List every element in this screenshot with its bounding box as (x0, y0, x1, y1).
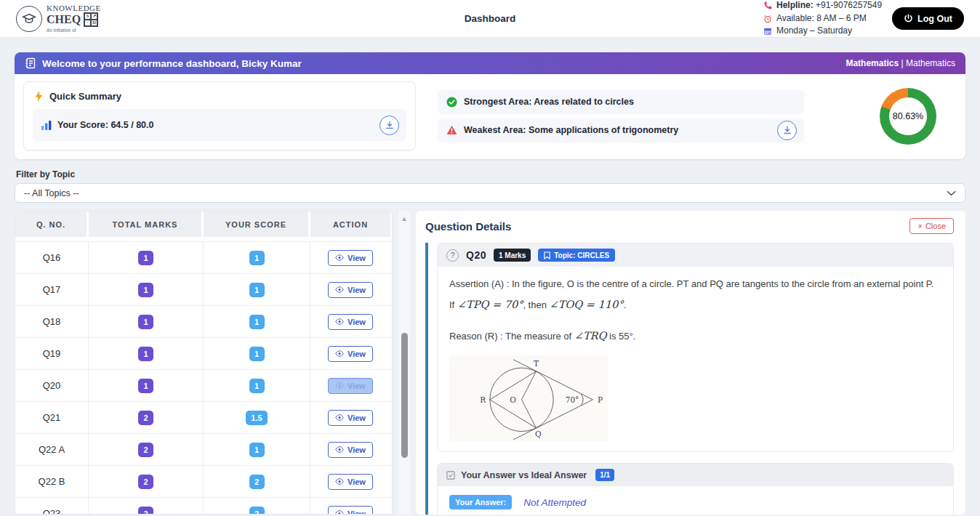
your-answer-value: Not Attempted (523, 497, 586, 508)
question-number: Q22 A (39, 444, 65, 455)
partner-logo: S↗ ·D (84, 12, 98, 27)
circle-tangent-figure: T R O Q P 70° (449, 355, 608, 441)
helpline-number: +91-9076257549 (816, 0, 882, 10)
scroll-up-arrow[interactable]: ▲ (398, 215, 410, 222)
weakest-area-row: Weakest Area: Some applications of trigo… (438, 118, 804, 142)
score-ratio-badge: 1/1 (595, 469, 614, 481)
view-button[interactable]: View (328, 250, 373, 266)
close-details-button[interactable]: × Close (909, 218, 954, 234)
your-score-badge: 1 (249, 315, 265, 329)
total-marks-badge: 2 (138, 411, 153, 425)
view-button[interactable]: View (328, 346, 373, 362)
donut-percent-label: 80.63% (893, 111, 923, 121)
col-header-action: ACTION (310, 211, 390, 240)
bar-chart-icon (41, 121, 52, 130)
weakest-area-text: Weakest Area: Some applications of trigo… (464, 125, 678, 135)
available-days: Monday – Saturday (776, 25, 852, 37)
your-score-badge: 2 (249, 507, 265, 515)
filter-label: Filter by Topic (16, 169, 964, 180)
eye-icon (335, 478, 344, 485)
view-button[interactable]: View (328, 378, 373, 394)
brand-logo: KNOWLEDGE CHEQ S↗ ·D An initiative of (16, 4, 101, 33)
eye-icon (335, 382, 344, 389)
eye-icon (335, 446, 344, 453)
alarm-clock-icon (763, 15, 772, 23)
power-icon (904, 14, 913, 23)
question-card: ? Q20 1 Marks Topic: CIRCLES Assertion (… (437, 243, 954, 452)
question-id: Q20 (466, 249, 486, 261)
view-button[interactable]: View (328, 506, 373, 515)
lightning-icon (34, 91, 44, 102)
view-button[interactable]: View (328, 410, 373, 426)
download-areas-button[interactable] (777, 121, 797, 140)
strongest-area-row: Strongest Area: Areas related to circles (438, 90, 804, 114)
answers-card: Your Answer vs Ideal Answer 1/1 Your Ans… (437, 463, 954, 515)
your-score-text: Your Score: 64.5 / 80.0 (57, 120, 153, 130)
table-row: Q19 1 1 View (15, 338, 392, 370)
topic-badge: Topic: CIRCLES (538, 249, 615, 262)
question-number: Q21 (43, 412, 61, 423)
total-marks-badge: 1 (138, 379, 153, 393)
areas-card: Strongest Area: Areas related to circles… (429, 84, 813, 148)
brand-name-bottom: CHEQ (47, 14, 81, 25)
logout-button[interactable]: Log Out (892, 7, 964, 30)
your-score-badge: 1 (249, 379, 265, 393)
col-header-qno: Q. NO. (15, 211, 89, 240)
your-score-badge: 2 (249, 475, 265, 489)
checkbox-icon (446, 471, 455, 480)
figure-label-P: P (598, 395, 603, 404)
contact-info: Helpline: +91-9076257549 Available: 8 AM… (763, 0, 882, 38)
view-button[interactable]: View (328, 474, 373, 490)
score-donut: 80.63% (880, 88, 936, 145)
brand-tagline: An initiative of (47, 28, 101, 33)
answers-section-title: Your Answer vs Ideal Answer (461, 470, 587, 480)
view-button[interactable]: View (328, 442, 373, 458)
your-score-badge: 1 (249, 251, 265, 265)
total-marks-badge: 1 (138, 251, 153, 265)
scrollbar-thumb[interactable] (401, 333, 408, 458)
eye-icon (335, 286, 344, 293)
table-scrollbar[interactable]: ▲ (398, 211, 410, 515)
view-button[interactable]: View (328, 314, 373, 330)
question-number: Q23 (43, 508, 61, 515)
table-row: Q23 2 2 View (15, 498, 392, 515)
topic-filter-value: -- All Topics -- (24, 188, 79, 198)
table-body: Q16 1 1 View Q17 1 1 View Q18 1 1 View (15, 242, 392, 515)
your-answer-badge: Your Answer: (449, 495, 512, 509)
topic-filter-select[interactable]: -- All Topics -- (15, 183, 965, 203)
col-header-total: TOTAL MARKS (89, 211, 204, 240)
details-title: Question Details (425, 220, 511, 233)
your-score-badge: 1 (249, 347, 265, 361)
eye-icon (335, 350, 344, 357)
figure-label-T: T (534, 359, 539, 368)
view-button[interactable]: View (328, 282, 373, 298)
score-summary: Your Score: 64.5 / 80.0 (33, 109, 406, 141)
table-row: Q21 2 1.5 View (15, 402, 392, 434)
subject-label: Mathematics | Mathematics (846, 58, 955, 68)
table-row: Q20 1 1 View (15, 370, 392, 402)
phone-icon (763, 1, 772, 10)
total-marks-badge: 2 (138, 443, 153, 457)
figure-label-angle: 70° (566, 395, 579, 404)
quick-summary-title: Quick Summary (49, 91, 121, 102)
table-header-row: Q. NO. TOTAL MARKS YOUR SCORE ACTION (15, 211, 392, 240)
download-score-button[interactable] (379, 116, 399, 135)
table-row: Q22 A 2 1 View (15, 434, 392, 466)
question-number: Q19 (43, 348, 61, 359)
welcome-text: Welcome to your performance dashboard, B… (42, 58, 302, 69)
bookmark-icon (544, 251, 550, 259)
reason-text: Reason (R) : The measure of ∠TRQ is 55°. (449, 325, 941, 347)
close-icon: × (917, 222, 922, 230)
assertion-text: Assertion (A) : In the figure, O is the … (449, 274, 941, 316)
table-row: Q18 1 1 View (15, 306, 392, 338)
question-details-panel: Question Details × Close ? Q20 1 Marks T (416, 211, 965, 515)
warning-triangle-icon (446, 125, 457, 135)
table-row: Q16 1 1 View (15, 242, 392, 274)
welcome-banner: Welcome to your performance dashboard, B… (15, 52, 965, 74)
total-marks-badge: 1 (138, 347, 153, 361)
eye-icon (335, 510, 344, 515)
question-number: Q22 B (39, 476, 65, 487)
col-header-score: YOUR SCORE (204, 211, 310, 240)
question-number: Q18 (43, 316, 61, 327)
strongest-area-text: Strongest Area: Areas related to circles (464, 97, 634, 107)
